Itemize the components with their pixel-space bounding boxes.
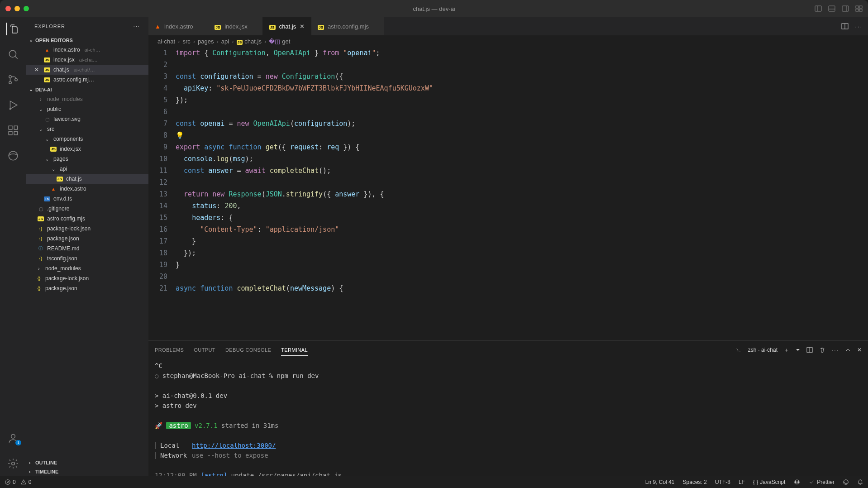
terminal-line: ^C [155, 361, 862, 371]
customize-layout-icon[interactable] [855, 5, 863, 12]
breadcrumb-item[interactable]: ai-chat [157, 38, 175, 45]
tree-item[interactable]: ⓘREADME.md [26, 244, 148, 254]
outline-header[interactable]: › OUTLINE [26, 458, 148, 467]
status-warnings[interactable]: 0 [20, 479, 32, 485]
breadcrumb-item[interactable]: src [182, 38, 190, 45]
maximize-window-icon[interactable] [24, 6, 29, 11]
status-prettier[interactable]: Prettier [809, 479, 835, 485]
panel-tab[interactable]: PROBLEMS [155, 344, 184, 355]
tree-item[interactable]: ⌄api [26, 164, 148, 174]
tree-item[interactable]: ▢.gitignore [26, 204, 148, 214]
split-terminal-icon[interactable] [806, 347, 813, 353]
new-terminal-icon[interactable]: ＋ [784, 346, 789, 354]
panel-tab[interactable]: OUTPUT [194, 344, 215, 355]
terminal-shell-label[interactable]: zsh - ai-chat [748, 347, 777, 353]
close-panel-icon[interactable]: ✕ [857, 347, 862, 353]
tree-item-label: components [53, 136, 83, 142]
tree-item[interactable]: ⌄pages [26, 154, 148, 164]
timeline-header[interactable]: › TIMELINE [26, 467, 148, 476]
tree-item[interactable]: JSchat.js [26, 174, 148, 184]
tree-item-label: src [47, 126, 54, 132]
run-debug-icon[interactable] [7, 99, 19, 111]
tree-item[interactable]: ⌄src [26, 124, 148, 134]
tree-item[interactable]: {}package.json [26, 234, 148, 244]
layout-toggle-panel-icon[interactable] [828, 5, 835, 12]
file-hint: ai-chat/… [74, 67, 95, 72]
close-tab-icon[interactable]: ✕ [300, 23, 305, 30]
terminal-launch-profile-icon[interactable] [735, 347, 742, 353]
close-icon[interactable]: ✕ [34, 67, 41, 73]
open-editor-item[interactable]: ▲index.astroai-ch… [26, 45, 148, 55]
status-errors[interactable]: 0 [5, 479, 16, 485]
breadcrumb-item[interactable]: �◫get [269, 38, 290, 45]
status-encoding[interactable]: UTF-8 [715, 479, 730, 485]
tree-item[interactable]: {}tsconfig.json [26, 254, 148, 263]
edge-tools-icon[interactable] [7, 149, 19, 162]
source-control-icon[interactable] [7, 73, 19, 86]
file-name: index.jsx [53, 57, 75, 63]
close-window-icon[interactable] [5, 6, 11, 11]
tree-item[interactable]: {}package.json [26, 283, 148, 293]
status-indent[interactable]: Spaces: 2 [683, 479, 707, 485]
chevron-right-icon: › [37, 96, 44, 103]
tree-item[interactable]: JSindex.jsx [26, 144, 148, 154]
layout-toggle-primary-icon[interactable] [815, 5, 822, 12]
open-editor-item[interactable]: ✕JSchat.jsai-chat/… [26, 65, 148, 75]
status-bell-icon[interactable] [857, 479, 863, 485]
more-actions-icon[interactable]: ··· [855, 23, 863, 30]
status-feedback-icon[interactable] [843, 479, 849, 485]
maximize-panel-icon[interactable] [845, 347, 851, 353]
status-eol[interactable]: LF [739, 479, 745, 485]
tree-item[interactable]: ›node_modules [26, 263, 148, 273]
tree-item-label: env.d.ts [53, 196, 72, 202]
workspace-header[interactable]: ⌄ DEV-AI [26, 85, 148, 94]
tree-item[interactable]: {}package-lock.json [26, 273, 148, 283]
panel-tab[interactable]: DEBUG CONSOLE [225, 344, 271, 355]
more-terminal-icon[interactable]: ··· [832, 347, 839, 353]
terminal-line: > astro dev [155, 401, 862, 411]
editor-tab[interactable]: ▲index.astro✕ [148, 17, 208, 35]
split-editor-icon[interactable] [841, 23, 849, 30]
code-editor[interactable]: 123456789101112131415161718192021 import… [148, 47, 868, 340]
terminal-line: Networkuse --host to expose [155, 450, 862, 460]
tree-item[interactable]: {}package-lock.json [26, 224, 148, 234]
layout-toggle-secondary-icon[interactable] [842, 5, 849, 12]
local-url-link[interactable]: http://localhost:3000/ [192, 442, 276, 449]
status-cursor[interactable]: Ln 9, Col 41 [645, 479, 675, 485]
status-bar: 0 0 Ln 9, Col 41 Spaces: 2 UTF-8 LF { } … [0, 476, 868, 488]
file-name: index.astro [53, 47, 80, 53]
panel-tab[interactable]: TERMINAL [281, 344, 308, 356]
status-language[interactable]: { } JavaScript [753, 479, 785, 485]
js-file-icon: JS [37, 215, 44, 222]
tree-item-label: favicon.svg [53, 116, 81, 122]
breadcrumb-item[interactable]: api [221, 38, 229, 45]
settings-gear-icon[interactable] [7, 457, 19, 470]
extensions-icon[interactable] [7, 124, 19, 137]
open-editors-header[interactable]: ⌄ OPEN EDITORS [26, 35, 148, 45]
terminal-dropdown-icon[interactable] [796, 348, 800, 352]
breadcrumb-item[interactable]: JSchat.js [237, 38, 262, 45]
tree-item[interactable]: ›node_modules [26, 94, 148, 104]
more-icon[interactable]: ··· [134, 24, 140, 29]
editor-tab[interactable]: JSchat.js✕ [263, 17, 311, 35]
tree-item[interactable]: TSenv.d.ts [26, 194, 148, 204]
tree-item[interactable]: ▢favicon.svg [26, 114, 148, 124]
accounts-icon[interactable] [7, 432, 19, 445]
tree-item[interactable]: JSastro.config.mjs [26, 214, 148, 224]
editor-tab[interactable]: JSastro.config.mjs✕ [311, 17, 384, 35]
breadcrumb-item[interactable]: pages [198, 38, 214, 45]
tree-item[interactable]: ⌄public [26, 104, 148, 114]
open-editor-item[interactable]: JSindex.jsxai-cha… [26, 55, 148, 65]
minimize-window-icon[interactable] [14, 6, 20, 11]
tree-item[interactable]: ▲index.astro [26, 184, 148, 194]
breadcrumbs[interactable]: ai-chat›src›pages›api›JSchat.js›�◫get [148, 35, 868, 47]
status-copilot-icon[interactable] [793, 478, 801, 486]
json-file-icon: {} [37, 225, 44, 232]
kill-terminal-icon[interactable] [819, 347, 825, 353]
editor-tab[interactable]: JSindex.jsx✕ [208, 17, 262, 35]
search-icon[interactable] [7, 48, 19, 61]
tree-item[interactable]: ⌄components [26, 134, 148, 144]
open-editor-item[interactable]: JSastro.config.mj… [26, 75, 148, 85]
terminal-output[interactable]: ^C○ stephan@MacBook-Pro ai-chat % npm ru… [148, 357, 868, 476]
explorer-icon[interactable] [6, 23, 19, 35]
